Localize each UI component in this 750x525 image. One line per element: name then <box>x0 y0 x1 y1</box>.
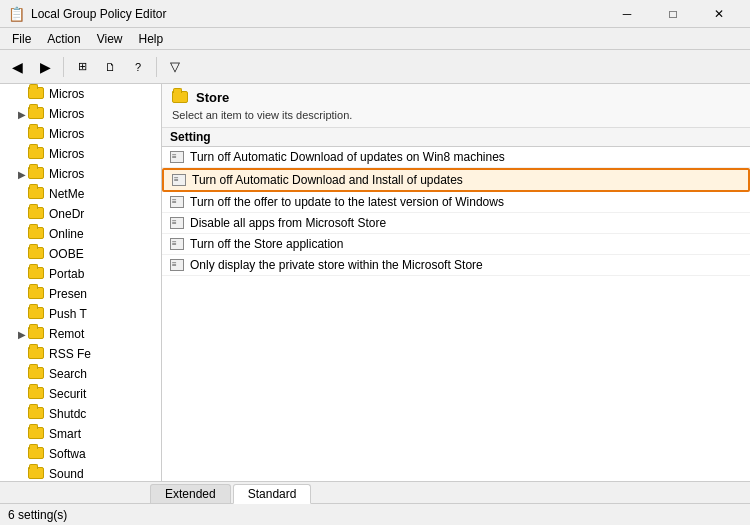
right-panel: Store Select an item to view its descrip… <box>162 84 750 481</box>
tree-item-label-sound: Sound <box>49 467 84 481</box>
tree-item-portab[interactable]: Portab <box>0 264 161 284</box>
tree-item-label-presen: Presen <box>49 287 87 301</box>
app-icon: 📋 <box>8 6 25 22</box>
folder-icon-smart <box>28 427 46 441</box>
toolbar-separator-2 <box>156 57 157 77</box>
tree-item-search[interactable]: Search <box>0 364 161 384</box>
policy-table: Setting Turn off Automatic Download of u… <box>162 128 750 481</box>
status-bar: 6 setting(s) <box>0 503 750 525</box>
policy-row-p4[interactable]: Disable all apps from Microsoft Store <box>162 213 750 234</box>
menu-bar: FileActionViewHelp <box>0 28 750 50</box>
tree-item-label-search: Search <box>49 367 87 381</box>
policy-icon-p2 <box>172 174 186 186</box>
policy-row-p1[interactable]: Turn off Automatic Download of updates o… <box>162 147 750 168</box>
store-folder-icon <box>172 91 190 105</box>
tree-item-online[interactable]: Online <box>0 224 161 244</box>
tree-item-shutdc[interactable]: Shutdc <box>0 404 161 424</box>
policy-icon-p5 <box>170 238 184 250</box>
folder-icon-micros3 <box>28 127 46 141</box>
folder-icon-remot <box>28 327 46 341</box>
folder-icon-shutdc <box>28 407 46 421</box>
folder-icon-softwa <box>28 447 46 461</box>
toolbar-separator-1 <box>63 57 64 77</box>
folder-icon-portab <box>28 267 46 281</box>
policy-table-header: Setting <box>162 128 750 147</box>
policy-icon-p4 <box>170 217 184 229</box>
properties-button[interactable]: 🗋 <box>97 54 123 80</box>
menu-item-help[interactable]: Help <box>131 30 172 48</box>
policy-icon-p6 <box>170 259 184 271</box>
folder-icon-oobe <box>28 247 46 261</box>
tree-item-presen[interactable]: Presen <box>0 284 161 304</box>
forward-button[interactable]: ▶ <box>32 54 58 80</box>
tab-extended[interactable]: Extended <box>150 484 231 503</box>
filter-button[interactable]: ▽ <box>162 54 188 80</box>
tree-item-remot[interactable]: ▶Remot <box>0 324 161 344</box>
tree-item-rssfe[interactable]: RSS Fe <box>0 344 161 364</box>
tree-item-label-shutdc: Shutdc <box>49 407 86 421</box>
menu-item-action[interactable]: Action <box>39 30 88 48</box>
tree-item-sound[interactable]: Sound <box>0 464 161 481</box>
maximize-button[interactable]: □ <box>650 0 696 28</box>
tree-item-label-online: Online <box>49 227 84 241</box>
tree-item-micros4[interactable]: Micros <box>0 144 161 164</box>
folder-icon-rssfe <box>28 347 46 361</box>
tree-item-label-portab: Portab <box>49 267 84 281</box>
policy-text-p5: Turn off the Store application <box>190 237 343 251</box>
setting-column-header: Setting <box>170 130 211 144</box>
tree-item-securit[interactable]: Securit <box>0 384 161 404</box>
folder-icon-micros4 <box>28 147 46 161</box>
policy-text-p1: Turn off Automatic Download of updates o… <box>190 150 505 164</box>
expand-icon-micros2: ▶ <box>16 109 28 120</box>
tab-standard[interactable]: Standard <box>233 484 312 504</box>
tree-item-label-netme: NetMe <box>49 187 84 201</box>
content-area: Micros▶MicrosMicrosMicros▶MicrosNetMeOne… <box>0 84 750 481</box>
policy-row-p5[interactable]: Turn off the Store application <box>162 234 750 255</box>
tree-item-label-onedr: OneDr <box>49 207 84 221</box>
title-bar: 📋 Local Group Policy Editor ─ □ ✕ <box>0 0 750 28</box>
expand-icon-micros5: ▶ <box>16 169 28 180</box>
folder-icon-sound <box>28 467 46 481</box>
help-button[interactable]: ? <box>125 54 151 80</box>
tree-item-label-micros2: Micros <box>49 107 84 121</box>
menu-item-file[interactable]: File <box>4 30 39 48</box>
tree-item-label-oobe: OOBE <box>49 247 84 261</box>
tree-item-netme[interactable]: NetMe <box>0 184 161 204</box>
folder-icon-micros1 <box>28 87 46 101</box>
status-text: 6 setting(s) <box>8 508 67 522</box>
tree-item-micros1[interactable]: Micros <box>0 84 161 104</box>
tree-item-pusht[interactable]: Push T <box>0 304 161 324</box>
minimize-button[interactable]: ─ <box>604 0 650 28</box>
tree-item-label-micros1: Micros <box>49 87 84 101</box>
folder-icon-search <box>28 367 46 381</box>
close-button[interactable]: ✕ <box>696 0 742 28</box>
main-container: Micros▶MicrosMicrosMicros▶MicrosNetMeOne… <box>0 84 750 503</box>
tree-item-label-micros5: Micros <box>49 167 84 181</box>
back-button[interactable]: ◀ <box>4 54 30 80</box>
tree-item-label-smart: Smart <box>49 427 81 441</box>
policy-row-p6[interactable]: Only display the private store within th… <box>162 255 750 276</box>
policy-icon-p1 <box>170 151 184 163</box>
title-bar-text: Local Group Policy Editor <box>31 7 604 21</box>
menu-item-view[interactable]: View <box>89 30 131 48</box>
tree-item-micros2[interactable]: ▶Micros <box>0 104 161 124</box>
folder-icon-micros5 <box>28 167 46 181</box>
tree-item-oobe[interactable]: OOBE <box>0 244 161 264</box>
folder-icon-presen <box>28 287 46 301</box>
tree-item-label-softwa: Softwa <box>49 447 86 461</box>
tree-item-micros3[interactable]: Micros <box>0 124 161 144</box>
tree-item-label-securit: Securit <box>49 387 86 401</box>
panel-description: Select an item to view its description. <box>172 109 740 121</box>
policy-text-p4: Disable all apps from Microsoft Store <box>190 216 386 230</box>
tree-item-label-micros3: Micros <box>49 127 84 141</box>
tree-item-smart[interactable]: Smart <box>0 424 161 444</box>
tree-item-label-remot: Remot <box>49 327 84 341</box>
show-hide-button[interactable]: ⊞ <box>69 54 95 80</box>
toolbar: ◀ ▶ ⊞ 🗋 ? ▽ <box>0 50 750 84</box>
policy-row-p2[interactable]: Turn off Automatic Download and Install … <box>162 168 750 192</box>
tree-item-softwa[interactable]: Softwa <box>0 444 161 464</box>
tree-item-onedr[interactable]: OneDr <box>0 204 161 224</box>
tree-item-micros5[interactable]: ▶Micros <box>0 164 161 184</box>
policy-row-p3[interactable]: Turn off the offer to update to the late… <box>162 192 750 213</box>
title-bar-controls: ─ □ ✕ <box>604 0 742 28</box>
